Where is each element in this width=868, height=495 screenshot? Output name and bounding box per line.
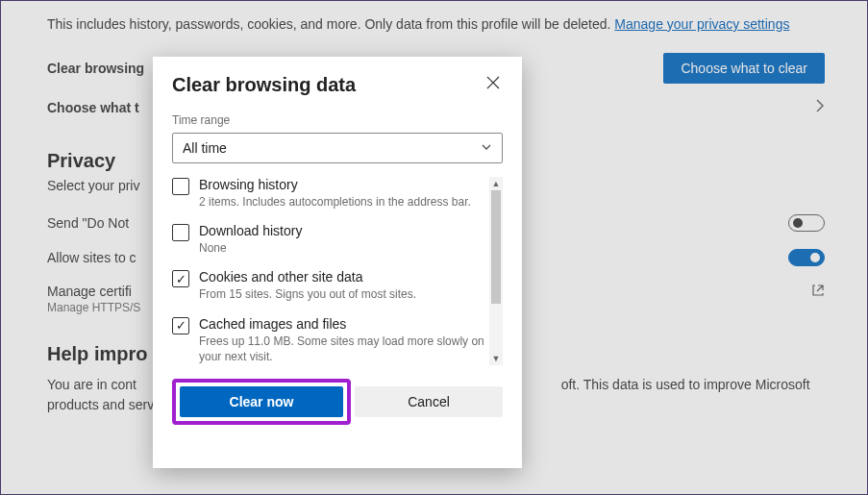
cache-checkbox[interactable] xyxy=(172,317,189,334)
privacy-settings-link[interactable]: Manage your privacy settings xyxy=(614,16,789,32)
intro-prefix: This includes history, passwords, cookie… xyxy=(47,16,614,32)
download-history-label: Download history xyxy=(199,223,487,238)
cache-label: Cached images and files xyxy=(199,316,487,332)
allow-sites-toggle[interactable] xyxy=(788,249,825,266)
certificates-text-group: Manage certifi Manage HTTPS/S xyxy=(47,284,140,314)
cache-texts: Cached images and files Frees up 11.0 MB… xyxy=(199,316,487,364)
clear-now-button[interactable]: Clear now xyxy=(180,386,343,417)
browsing-history-item: Browsing history 2 items. Includes autoc… xyxy=(172,177,487,210)
time-range-dropdown[interactable]: All time xyxy=(172,133,503,163)
browsing-history-desc: 2 items. Includes autocompletions in the… xyxy=(199,194,487,210)
highlight-annotation: Clear now xyxy=(172,379,351,425)
dnt-toggle[interactable] xyxy=(788,214,825,232)
allow-sites-label: Allow sites to c xyxy=(47,250,136,265)
dialog-title: Clear browsing data xyxy=(172,74,356,96)
dialog-header: Clear browsing data xyxy=(172,74,503,96)
scroll-up-icon[interactable]: ▲ xyxy=(489,177,503,190)
download-history-texts: Download history None xyxy=(199,223,487,256)
external-link-icon xyxy=(811,284,825,300)
close-icon xyxy=(486,76,500,92)
settings-page: This includes history, passwords, cookie… xyxy=(0,0,868,495)
choose-close-label: Choose what t xyxy=(47,100,139,115)
browsing-history-label: Browsing history xyxy=(199,177,487,192)
dnt-label: Send "Do Not xyxy=(47,215,129,231)
download-history-checkbox[interactable] xyxy=(172,224,189,241)
close-button[interactable] xyxy=(484,74,503,93)
cookies-label: Cookies and other site data xyxy=(199,269,487,285)
cookies-texts: Cookies and other site data From 15 site… xyxy=(199,269,487,302)
cache-item: Cached images and files Frees up 11.0 MB… xyxy=(172,316,487,364)
data-types-list: Browsing history 2 items. Includes autoc… xyxy=(172,177,503,365)
chevron-right-icon xyxy=(815,97,825,117)
intro-text: This includes history, passwords, cookie… xyxy=(47,16,825,32)
cookies-checkbox[interactable] xyxy=(172,270,189,287)
cache-desc: Frees up 11.0 MB. Some sites may load mo… xyxy=(199,334,487,364)
scroll-down-icon[interactable]: ▼ xyxy=(489,352,503,365)
download-history-desc: None xyxy=(199,240,487,256)
choose-clear-button[interactable]: Choose what to clear xyxy=(663,53,825,84)
clear-browsing-label: Clear browsing xyxy=(47,61,144,76)
browsing-history-texts: Browsing history 2 items. Includes autoc… xyxy=(199,177,487,210)
scroll-thumb[interactable] xyxy=(491,190,501,304)
cookies-desc: From 15 sites. Signs you out of most sit… xyxy=(199,286,487,302)
certificates-sub: Manage HTTPS/S xyxy=(47,301,140,314)
time-range-label: Time range xyxy=(172,113,503,127)
certificates-label: Manage certifi xyxy=(47,284,140,299)
time-range-value: All time xyxy=(183,140,227,156)
cookies-item: Cookies and other site data From 15 site… xyxy=(172,269,487,302)
cancel-button[interactable]: Cancel xyxy=(355,386,503,417)
chevron-down-icon xyxy=(481,140,492,156)
scrollbar[interactable]: ▲ ▼ xyxy=(489,177,503,365)
download-history-item: Download history None xyxy=(172,223,487,256)
improve-prefix: You are in cont xyxy=(47,377,136,392)
clear-browsing-data-dialog: Clear browsing data Time range All time … xyxy=(153,57,522,468)
browsing-history-checkbox[interactable] xyxy=(172,178,189,195)
dialog-button-row: Clear now Cancel xyxy=(172,379,503,425)
